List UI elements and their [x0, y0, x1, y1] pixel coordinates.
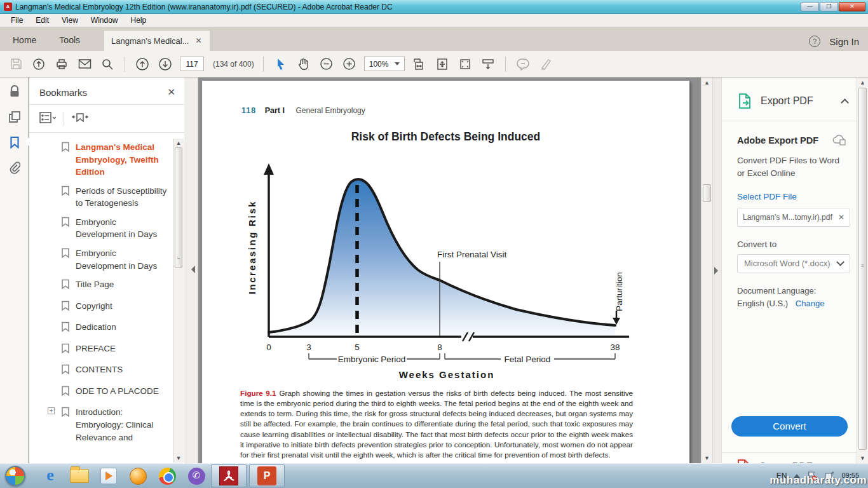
export-pdf-title: Export PDF: [761, 95, 834, 107]
right-panel-splitter[interactable]: [712, 78, 721, 463]
panel-scrollbar[interactable]: ▲ ≡ ▼: [857, 78, 868, 463]
panel-splitter[interactable]: [184, 78, 198, 463]
fit-page-icon[interactable]: [434, 56, 451, 72]
scrollbar-thumb[interactable]: ≡: [175, 147, 182, 268]
internet-explorer-icon[interactable]: e: [36, 464, 65, 487]
x-tick: 3: [306, 342, 311, 352]
previous-page-icon[interactable]: [134, 56, 151, 72]
viber-icon[interactable]: [182, 464, 211, 487]
y-axis-arrow: [264, 163, 274, 175]
bookmark-options-icon[interactable]: [39, 112, 56, 125]
export-pdf-section[interactable]: Export PDF: [722, 78, 857, 121]
scroll-down-icon[interactable]: ▼: [857, 455, 868, 461]
bookmark-item[interactable]: + Periods of Susceptibility to Teratogen…: [61, 182, 184, 213]
bookmark-item[interactable]: + Embryonic Development in Days: [61, 244, 184, 275]
scroll-up-icon[interactable]: ▲: [702, 79, 712, 86]
clear-file-icon[interactable]: ✕: [838, 213, 844, 222]
convert-button[interactable]: Convert: [731, 416, 848, 437]
bookmark-item[interactable]: + Dedication: [61, 318, 184, 339]
collapse-section-icon[interactable]: [841, 98, 849, 107]
zoom-level-select[interactable]: 100%: [364, 57, 405, 71]
close-button[interactable]: ✕: [839, 2, 865, 11]
menu-item[interactable]: Help: [125, 15, 153, 26]
restore-button[interactable]: ❐: [820, 2, 838, 11]
hand-tool-icon[interactable]: [295, 56, 312, 72]
bookmark-item[interactable]: + ODE TO A PLACODE: [61, 382, 184, 403]
menu-item[interactable]: File: [5, 15, 29, 26]
bookmark-label: Langman's Medical Embryology, Twelfth Ed…: [76, 141, 169, 179]
bookmarks-panel-icon[interactable]: [0, 131, 29, 154]
bookmark-item[interactable]: + Langman's Medical Embryology, Twelfth …: [61, 138, 184, 182]
search-icon[interactable]: [99, 56, 116, 72]
bookmark-label: Embryonic Development in Days: [76, 247, 169, 272]
gom-player-icon[interactable]: [123, 464, 153, 487]
highlight-icon[interactable]: [538, 56, 554, 72]
bookmarks-scrollbar[interactable]: ▲ ≡ ▼: [173, 139, 184, 463]
menu-item[interactable]: Edit: [30, 15, 55, 26]
change-language-link[interactable]: Change: [796, 299, 825, 308]
selected-file-field[interactable]: Langman's M...tomy.ir).pdf ✕: [737, 208, 850, 227]
collapse-panel-icon[interactable]: [187, 266, 195, 273]
section-label: General Embryology: [295, 106, 365, 115]
bookmarks-title: Bookmarks: [39, 87, 167, 98]
document-area: 118 Part I General Embryology Risk of Bi…: [198, 78, 701, 463]
next-page-icon[interactable]: [157, 56, 173, 72]
page-thumbnails-icon[interactable]: [0, 105, 29, 128]
scroll-up-icon[interactable]: ▲: [173, 140, 184, 146]
bookmark-item[interactable]: + PREFACE: [61, 339, 184, 361]
bookmark-item[interactable]: + CONTENTS: [61, 360, 184, 382]
selected-file-name: Langman's M...tomy.ir).pdf: [743, 213, 838, 222]
powerpoint-taskbar-button[interactable]: P: [249, 464, 285, 487]
format-dropdown[interactable]: Microsoft Word (*.docx): [737, 254, 850, 273]
menu-item[interactable]: Window: [85, 15, 124, 26]
print-icon[interactable]: [53, 56, 70, 72]
bookmark-item[interactable]: + Copyright: [61, 297, 184, 318]
adobe-export-heading: Adobe Export PDF: [737, 135, 846, 146]
tab-document[interactable]: Langman's Medical... ✕: [103, 30, 210, 51]
media-player-icon[interactable]: [94, 464, 123, 487]
save-icon[interactable]: [8, 56, 24, 72]
actual-size-icon[interactable]: [457, 56, 473, 72]
bookmark-item[interactable]: + Title Page: [61, 275, 184, 297]
export-pdf-icon: [737, 93, 752, 109]
attachments-icon[interactable]: [0, 156, 29, 179]
start-button[interactable]: [5, 466, 25, 486]
scroll-down-icon[interactable]: ▼: [173, 455, 184, 461]
close-bookmarks-icon[interactable]: ✕: [167, 86, 175, 98]
page-number: 118: [241, 106, 256, 115]
select-tool-icon[interactable]: [273, 56, 289, 72]
tab-tools[interactable]: Tools: [48, 29, 92, 51]
select-pdf-file-link[interactable]: Select PDF File: [737, 192, 797, 201]
zoom-out-icon[interactable]: [318, 56, 335, 72]
zoom-in-icon[interactable]: [341, 56, 358, 72]
bookmark-label: Title Page: [76, 278, 114, 294]
acrobat-reader-taskbar-button[interactable]: [211, 464, 247, 487]
bookmark-item[interactable]: + Embryonic Development in Days: [61, 213, 184, 244]
document-scrollbar[interactable]: ▲ ▼: [701, 78, 712, 463]
scrolling-mode-icon[interactable]: [480, 56, 496, 72]
chrome-icon[interactable]: [153, 464, 182, 487]
scroll-down-icon[interactable]: ▼: [702, 455, 712, 461]
scrollbar-thumb[interactable]: [703, 184, 711, 202]
scrollbar-thumb[interactable]: ≡: [858, 88, 867, 450]
windows-explorer-icon[interactable]: [65, 464, 94, 487]
tab-home[interactable]: Home: [1, 29, 48, 51]
scroll-up-icon[interactable]: ▲: [857, 79, 868, 86]
share-upload-icon[interactable]: [31, 56, 47, 72]
comment-icon[interactable]: [515, 56, 531, 72]
bookmark-label: Copyright: [76, 300, 112, 315]
email-icon[interactable]: [76, 56, 93, 72]
format-value: Microsoft Word (*.docx): [744, 259, 837, 268]
expand-icon[interactable]: +: [48, 407, 55, 414]
sign-in-button[interactable]: Sign In: [829, 36, 859, 47]
menu-item[interactable]: View: [56, 15, 84, 26]
help-icon[interactable]: ?: [809, 36, 820, 47]
fit-width-icon[interactable]: [411, 56, 428, 72]
close-tab-icon[interactable]: ✕: [195, 36, 201, 45]
export-description: Convert PDF Files to Word or Excel Onlin…: [737, 154, 845, 180]
minimize-button[interactable]: —: [801, 2, 819, 11]
security-lock-icon[interactable]: [0, 80, 29, 103]
expand-current-bookmark-icon[interactable]: [72, 111, 88, 126]
page-number-input[interactable]: [180, 57, 204, 71]
bookmark-item[interactable]: + Introduction: Embryology: Clinical Rel…: [61, 403, 184, 442]
